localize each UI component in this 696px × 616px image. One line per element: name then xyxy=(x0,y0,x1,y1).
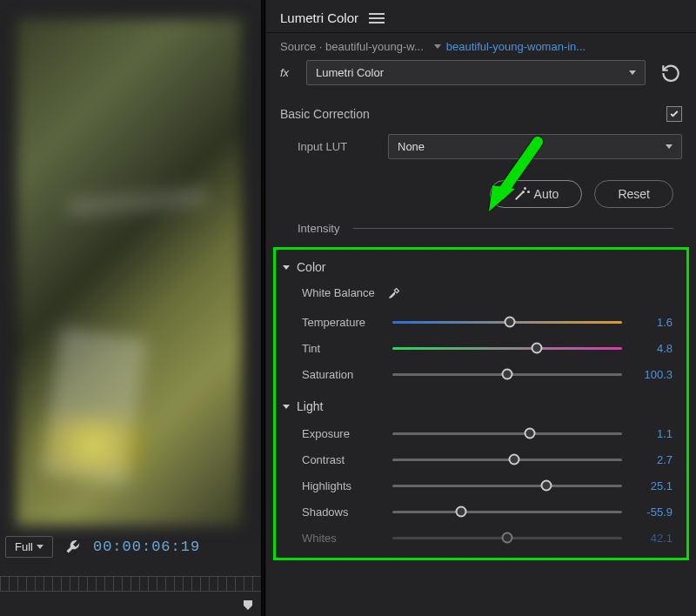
temperature-row: Temperature 1.6 xyxy=(283,309,679,335)
color-group-toggle[interactable]: Color xyxy=(283,253,679,281)
playback-resolution-select[interactable]: Full xyxy=(5,536,53,558)
contrast-slider[interactable] xyxy=(392,452,622,466)
highlights-row: Highlights 25.1 xyxy=(283,472,679,499)
video-preview[interactable] xyxy=(14,19,244,526)
slider-thumb[interactable] xyxy=(502,369,513,380)
shadows-label: Shadows xyxy=(302,506,384,519)
intensity-label: Intensity xyxy=(298,222,339,235)
chevron-down-icon xyxy=(283,405,290,409)
chevron-down-icon[interactable] xyxy=(434,44,441,49)
pane-divider[interactable] xyxy=(261,0,265,616)
light-group-title: Light xyxy=(297,399,323,413)
whites-value[interactable]: 42.1 xyxy=(631,532,676,545)
slider-thumb[interactable] xyxy=(502,532,513,544)
reset-button-label: Reset xyxy=(618,187,650,201)
input-lut-row: Input LUT None xyxy=(280,129,682,164)
effect-select-row: fx Lumetri Color xyxy=(266,57,696,94)
whites-row: Whites 42.1 xyxy=(283,525,679,551)
saturation-value[interactable]: 100.3 xyxy=(631,368,676,381)
chevron-down-icon xyxy=(666,144,673,149)
basic-correction-section: Basic Correction Input LUT None Auto Res… xyxy=(266,94,696,247)
light-group-toggle[interactable]: Light xyxy=(283,387,679,420)
temperature-slider[interactable] xyxy=(392,315,622,329)
program-monitor-pane: Full 00:00:06:19 xyxy=(0,0,261,616)
reset-button[interactable]: Reset xyxy=(594,180,673,208)
shadows-slider[interactable] xyxy=(392,505,622,519)
tint-slider[interactable] xyxy=(392,341,622,355)
exposure-value[interactable]: 1.1 xyxy=(631,427,676,440)
slider-thumb[interactable] xyxy=(508,454,519,465)
input-lut-value: None xyxy=(398,140,425,153)
time-ruler[interactable] xyxy=(0,576,261,592)
exposure-label: Exposure xyxy=(302,427,384,440)
eyedropper-icon[interactable] xyxy=(387,285,403,300)
chevron-down-icon xyxy=(283,265,290,270)
whites-slider[interactable] xyxy=(392,531,622,545)
effect-dropdown[interactable]: Lumetri Color xyxy=(306,60,646,85)
panel-menu-icon[interactable] xyxy=(369,13,385,23)
lumetri-color-panel: Lumetri Color Source · beautiful-young-w… xyxy=(266,0,696,616)
shadows-value[interactable]: -55.9 xyxy=(631,506,676,519)
magic-wand-icon xyxy=(513,187,527,201)
video-preview-content xyxy=(42,419,146,472)
chevron-down-icon xyxy=(37,545,44,549)
exposure-slider[interactable] xyxy=(392,426,622,440)
chevron-down-icon xyxy=(629,70,636,75)
saturation-row: Saturation 100.3 xyxy=(283,361,679,387)
auto-reset-row: Auto Reset xyxy=(280,164,682,217)
slider-thumb[interactable] xyxy=(540,480,552,492)
auto-button-label: Auto xyxy=(534,187,559,201)
basic-correction-title: Basic Correction xyxy=(280,107,370,121)
tint-label: Tint xyxy=(302,342,384,355)
tint-value[interactable]: 4.8 xyxy=(631,342,676,355)
highlights-label: Highlights xyxy=(302,479,384,492)
saturation-slider[interactable] xyxy=(392,367,622,381)
contrast-label: Contrast xyxy=(302,453,384,466)
white-balance-row: White Balance xyxy=(283,281,679,309)
timecode-display[interactable]: 00:00:06:19 xyxy=(93,539,200,555)
panel-title: Lumetri Color xyxy=(280,10,358,25)
auto-button[interactable]: Auto xyxy=(490,180,583,208)
intensity-row: Intensity xyxy=(280,217,682,247)
contrast-row: Contrast 2.7 xyxy=(283,446,679,472)
playhead-icon[interactable] xyxy=(242,599,254,611)
annotation-highlight-box: Color White Balance Temperature 1.6 Tint… xyxy=(273,247,689,560)
fx-badge-icon[interactable]: fx xyxy=(280,66,298,79)
source-label: Source · beautiful-young-w... xyxy=(280,40,424,53)
input-lut-dropdown[interactable]: None xyxy=(388,134,682,159)
reset-effect-icon[interactable] xyxy=(659,62,682,84)
temperature-value[interactable]: 1.6 xyxy=(631,316,676,329)
saturation-label: Saturation xyxy=(302,368,384,381)
whites-label: Whites xyxy=(302,532,384,545)
clip-name-link[interactable]: beautiful-young-woman-in... xyxy=(446,40,682,53)
color-group-title: Color xyxy=(297,260,325,274)
source-clip-row: Source · beautiful-young-w... beautiful-… xyxy=(266,33,696,57)
playback-resolution-label: Full xyxy=(15,540,33,553)
temperature-label: Temperature xyxy=(302,316,384,329)
slider-thumb[interactable] xyxy=(504,317,515,328)
slider-thumb[interactable] xyxy=(456,506,467,518)
input-lut-label: Input LUT xyxy=(298,140,379,153)
contrast-value[interactable]: 2.7 xyxy=(631,453,676,466)
tint-row: Tint 4.8 xyxy=(283,335,679,361)
slider-thumb[interactable] xyxy=(532,343,543,354)
intensity-slider[interactable] xyxy=(353,228,673,229)
shadows-row: Shadows -55.9 xyxy=(283,499,679,525)
effect-dropdown-value: Lumetri Color xyxy=(316,66,384,79)
scrub-bar[interactable] xyxy=(0,599,261,611)
white-balance-label: White Balance xyxy=(302,286,375,299)
highlights-slider[interactable] xyxy=(392,479,622,492)
basic-correction-toggle[interactable] xyxy=(666,106,682,122)
settings-wrench-icon[interactable] xyxy=(65,539,81,554)
exposure-row: Exposure 1.1 xyxy=(283,420,679,446)
highlights-value[interactable]: 25.1 xyxy=(631,479,676,492)
monitor-bottom-bar: Full 00:00:06:19 xyxy=(0,529,261,564)
slider-thumb[interactable] xyxy=(525,428,536,439)
panel-header: Lumetri Color xyxy=(266,0,696,33)
